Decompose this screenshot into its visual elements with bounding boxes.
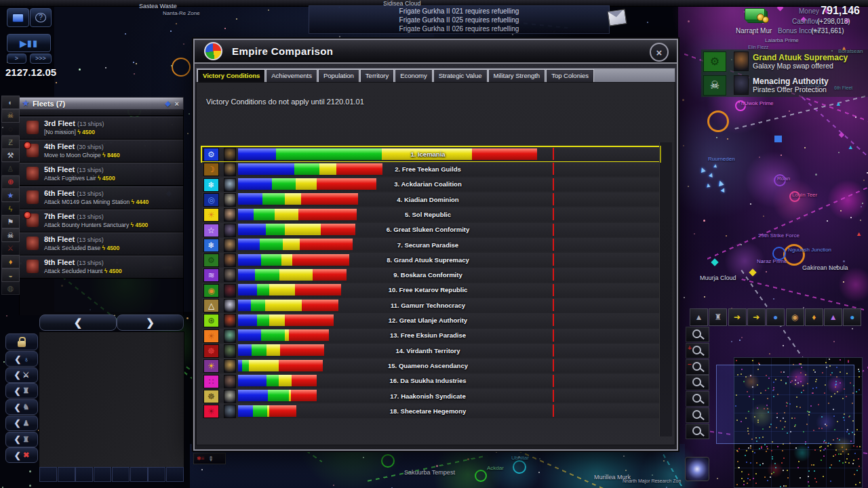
fleet-filter-energy-icon[interactable]: ϟ	[1, 202, 20, 216]
zoom-tool-button[interactable]	[686, 424, 709, 439]
close-icon[interactable]: ×	[175, 100, 179, 108]
select-rocket-toolbar-icon[interactable]: ➔	[747, 308, 766, 326]
ringed-planet-toolbar-icon[interactable]: ◉	[786, 308, 804, 326]
fleet-filter-colony-icon[interactable]: ◍	[1, 281, 20, 295]
zoom-tool-button[interactable]	[686, 375, 709, 390]
dialog-close-button[interactable]: ×	[650, 43, 669, 62]
alert-item[interactable]: ☠Menacing AuthorityPirates Offer Protect…	[701, 73, 868, 97]
fleet-filter-target-icon[interactable]: ⊕	[1, 176, 20, 189]
fleet-next-button[interactable]: ❯	[117, 314, 184, 331]
empire-row[interactable]: ☆6. Great Sluken Conformity	[202, 223, 660, 237]
fleets-panel-header[interactable]: ★ Fleets (7) ◆ ×	[19, 97, 184, 110]
empire-row[interactable]: ☀13. Free Eksiun Paradise	[202, 329, 660, 343]
empire-row[interactable]: ☀15. Quameno Ascendancy	[202, 359, 660, 373]
hotbar-cell[interactable]	[58, 467, 75, 482]
hotbar-cell[interactable]	[148, 467, 165, 482]
play-pause-button[interactable]: ▶ ▮▮	[7, 34, 51, 52]
zoom-tool-button[interactable]	[686, 327, 709, 342]
empire-row[interactable]: △11. Gamurr Technocracy	[202, 298, 660, 312]
fleet-row[interactable]: 6th Fleet (13 ships)Attack M0149 Gas Min…	[20, 186, 183, 209]
fleet-filter-race-flag-icon[interactable]: ⚑	[1, 215, 20, 228]
empire-row[interactable]: ⊛12. Great Ulanje Authority	[202, 313, 660, 327]
fleet-row[interactable]: 9th Fleet (13 ships)Attack Secluded Haun…	[20, 256, 183, 279]
event-line[interactable]: Frigate Gurkha II 025 requires refuellin…	[309, 16, 609, 24]
fleet-filter-skull-icon[interactable]: ☠	[1, 228, 20, 242]
empire-row[interactable]: ❄3. Ackdarian Coalition	[202, 178, 660, 192]
fleet-filter-pirate-icon[interactable]: ☠	[1, 109, 20, 123]
dock-slot-button[interactable]: ❮♁	[5, 351, 38, 367]
hotbar-cell[interactable]	[166, 467, 184, 482]
alert-item[interactable]: ⚙Grand Atuuk SupremacyGalaxy Map swap of…	[701, 49, 868, 73]
event-line[interactable]: Frigate Gurkha II 026 requires refuellin…	[309, 24, 609, 33]
empire-row[interactable]: ◉10. Free Ketarov Republic	[202, 283, 660, 298]
fleet-row[interactable]: 5th Fleet (13 ships)Attack Fugitives Lai…	[20, 163, 183, 186]
hotbar-cell[interactable]	[75, 467, 93, 482]
tab-victory-conditions[interactable]: Victory Conditions	[197, 69, 265, 82]
dock-slot-button[interactable]: ❮⚔	[5, 367, 38, 383]
empire-row[interactable]: ∷16. Da Suukha Industries	[202, 374, 660, 388]
tab-population[interactable]: Population	[318, 69, 359, 82]
fleet-filter-emblem-icon[interactable]: ◌	[1, 122, 20, 136]
event-line[interactable]: Frigate Gurkha II 021 requires refuellin…	[309, 7, 609, 16]
empire-row[interactable]: ☸14. Virdanth Territory	[202, 344, 660, 358]
tab-military-strength[interactable]: Military Strength	[488, 69, 546, 82]
dock-slot-button[interactable]: ❮♟	[5, 415, 38, 431]
globe-toolbar-icon[interactable]: ●	[843, 308, 861, 326]
fleet-filter-battle-icon[interactable]: ⚔	[1, 242, 20, 256]
ship-toolbar-icon[interactable]: ▲	[690, 308, 708, 326]
dock-slot-button[interactable]: ❮♜	[5, 432, 38, 447]
empire-row[interactable]: ☀5. Sol Republic	[202, 207, 660, 222]
station-toolbar-icon[interactable]: ♜	[709, 308, 727, 326]
help-button[interactable]: ?	[30, 8, 52, 27]
tab-economy[interactable]: Economy	[395, 69, 433, 82]
empire-row[interactable]: ❄7. Securan Paradise	[202, 238, 660, 252]
scrollbar-track[interactable]	[659, 142, 672, 436]
hotbar-cell[interactable]	[130, 467, 148, 482]
hotbar-cell[interactable]	[39, 467, 57, 482]
zoom-tool-button[interactable]	[686, 407, 709, 423]
idea-toolbar-icon[interactable]: ♦	[805, 308, 823, 326]
dock-slot-button[interactable]: ❮♞	[5, 399, 38, 415]
dock-slot-button[interactable]: ❮✖	[5, 447, 38, 463]
minimap-view-rectangle[interactable]	[716, 365, 854, 444]
zoom-tool-button[interactable]: +	[686, 343, 709, 359]
tab-strategic-value[interactable]: Strategic Value	[433, 69, 488, 82]
fleet-filter-planet-icon[interactable]: ◐	[1, 96, 20, 109]
fleet-filter-cargo-icon[interactable]: ♙	[1, 162, 20, 176]
fleet-row[interactable]: 4th Fleet (30 ships)Move to Moon Ghoipe …	[20, 140, 183, 163]
empire-row[interactable]: ☸17. Haakonish Syndicate	[202, 389, 660, 403]
galaxy-view-button[interactable]	[685, 457, 709, 481]
lock-button[interactable]	[5, 333, 38, 350]
empire-row[interactable]: ⚙8. Grand Atuuk Supremacy	[202, 253, 660, 267]
speed-normal-button[interactable]: >	[7, 54, 26, 64]
nebula-toolbar-icon[interactable]: ▲	[824, 308, 842, 326]
fleet-row[interactable]: 3rd Fleet (13 ships)[No mission] ϟ 4500	[20, 117, 183, 140]
fleet-filter-star-icon[interactable]: ★	[1, 188, 20, 202]
options-button[interactable]	[7, 8, 29, 27]
message-envelope-icon[interactable]	[608, 9, 627, 26]
empire-row[interactable]: ◎4. Kiadian Dominion	[202, 192, 660, 207]
empire-row[interactable]: ⚙1. Icemania	[202, 147, 660, 161]
hotbar-cell[interactable]	[112, 467, 130, 482]
dialog-titlebar[interactable]: Empire Comparison ×	[195, 40, 677, 64]
empire-row[interactable]: ☽2. Free Teekan Guilds	[202, 162, 660, 176]
fleet-filter-stealth-icon[interactable]: ◒	[1, 268, 20, 282]
select-ship-toolbar-icon[interactable]: ➔	[728, 308, 747, 326]
diamond-icon[interactable]: ◆	[165, 100, 171, 107]
tab-top-colonies[interactable]: Top Colonies	[546, 69, 594, 82]
zoom-tool-button[interactable]: −	[686, 359, 709, 375]
planet-toolbar-icon[interactable]: ●	[766, 308, 785, 326]
empire-row[interactable]: ≋9. Boskara Conformity	[202, 268, 660, 282]
zoom-tool-button[interactable]	[686, 391, 709, 407]
map-edit-tools[interactable]: ✱≡ ✎	[193, 453, 226, 464]
tab-territory[interactable]: Territory	[360, 69, 394, 82]
empire-row[interactable]: ☀18. Shecetare Hegemony	[202, 404, 660, 418]
fleet-row[interactable]: 7th Fleet (13 ships)Attack Bounty Hunter…	[20, 209, 183, 232]
speed-fast-button[interactable]: >>>	[30, 54, 52, 64]
fleet-prev-button[interactable]: ❮	[39, 314, 117, 331]
event-notification-bar[interactable]: Frigate Gurkha II 021 requires refuellin…	[309, 5, 610, 34]
tab-achievements[interactable]: Achievements	[266, 69, 317, 82]
fleet-row[interactable]: 8th Fleet (13 ships)Attack Secluded Base…	[20, 232, 183, 256]
dock-slot-button[interactable]: ❮♜	[5, 383, 38, 399]
fleet-filter-hammer-icon[interactable]: ⚒	[1, 148, 20, 162]
